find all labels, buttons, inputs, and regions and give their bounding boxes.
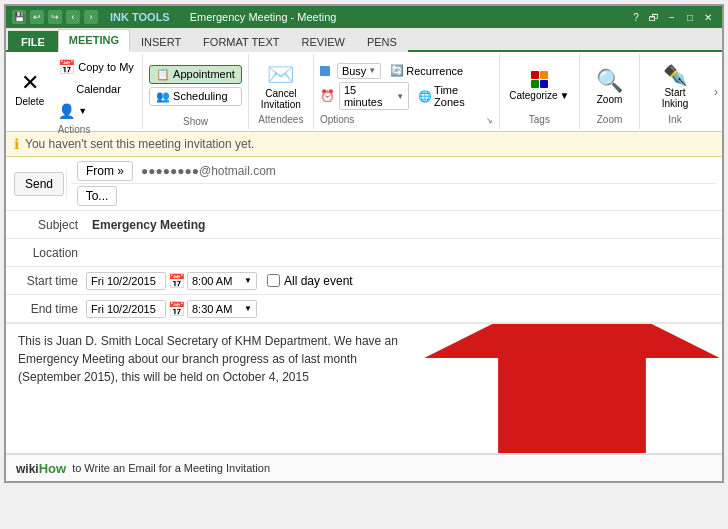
tab-meeting[interactable]: MEETING — [58, 29, 130, 52]
zoom-group: 🔍 Zoom Zoom — [580, 54, 640, 129]
busy-chevron: ▼ — [368, 66, 376, 75]
svg-marker-0 — [424, 323, 720, 453]
body-area[interactable]: This is Juan D. Smith Local Secretary of… — [6, 323, 722, 453]
start-inking-label: StartInking — [662, 87, 689, 109]
location-input[interactable] — [86, 243, 722, 263]
forward-icon[interactable]: › — [84, 10, 98, 24]
end-time-row: End time 📅 8:30 AM ▼ — [6, 295, 722, 323]
to-email-input[interactable] — [121, 187, 710, 205]
tab-format-text[interactable]: FORMAT TEXT — [192, 31, 290, 52]
ink-content: ✒️ StartInking — [646, 58, 704, 114]
recurrence-icon: 🔄 — [390, 64, 404, 77]
time-zones-button[interactable]: 🌐 Time Zones — [413, 82, 493, 110]
delete-label: Delete — [15, 96, 44, 107]
zoom-button[interactable]: 🔍 Zoom — [591, 66, 628, 107]
appointment-button[interactable]: 📋 Appointment — [149, 65, 242, 84]
cancel-icon: ✉️ — [267, 62, 294, 88]
more-label: ▼ — [78, 106, 87, 116]
restore-button[interactable]: 🗗 — [646, 10, 662, 24]
more-actions-button[interactable]: 👤 ▼ — [53, 100, 139, 122]
end-calendar-icon[interactable]: 📅 — [168, 301, 185, 317]
scheduling-icon: 👥 — [156, 90, 170, 103]
tags-content: Categorize ▼ — [506, 58, 573, 114]
ribbon-expand-button[interactable]: › — [710, 54, 722, 129]
red-arrow-overlay — [422, 323, 722, 453]
more-icon: 👤 — [58, 103, 75, 119]
subject-input[interactable] — [86, 215, 722, 235]
actions-label: Actions — [58, 122, 91, 137]
ribbon-expand-icon: › — [714, 85, 718, 99]
time-dropdown[interactable]: 15 minutes ▼ — [339, 82, 409, 110]
ink-group-label: Ink — [646, 114, 704, 125]
categorize-button[interactable]: Categorize ▼ — [504, 69, 574, 103]
maximize-button[interactable]: □ — [682, 10, 698, 24]
cancel-invitation-button[interactable]: ✉️ Cancel Invitation — [255, 58, 307, 114]
tab-pens[interactable]: PENS — [356, 31, 408, 52]
actions-content: ✕ Delete 📅 Copy to My Calendar 👤 ▼ — [9, 56, 139, 122]
tab-insert[interactable]: INSERT — [130, 31, 192, 52]
from-button[interactable]: From » — [77, 161, 133, 181]
zoom-icon: 🔍 — [596, 68, 623, 94]
scheduling-button[interactable]: 👥 Scheduling — [149, 87, 242, 106]
time-chevron: ▼ — [396, 92, 404, 101]
end-time-chevron: ▼ — [244, 304, 252, 313]
tags-group: Categorize ▼ Tags — [500, 54, 580, 129]
cat-block-blue — [540, 80, 548, 88]
options-footer: Options ↘ — [320, 114, 493, 125]
options-content: Busy ▼ 🔄 Recurrence ⏰ 15 minutes ▼ — [320, 58, 493, 114]
start-time-label: Start time — [6, 270, 86, 292]
time-row: ⏰ 15 minutes ▼ 🌐 Time Zones — [320, 82, 493, 110]
timezone-icon: 🌐 — [418, 90, 432, 103]
busy-dropdown[interactable]: Busy ▼ — [337, 63, 381, 79]
categorize-label-row: Categorize ▼ — [509, 90, 569, 101]
end-time-dropdown[interactable]: 8:30 AM ▼ — [187, 300, 257, 318]
from-email-input[interactable] — [137, 162, 710, 180]
end-date-input[interactable] — [86, 300, 166, 318]
info-message: You haven't sent this meeting invitation… — [25, 137, 254, 151]
send-area-top: Send — [12, 170, 67, 198]
close-button[interactable]: ✕ — [700, 10, 716, 24]
clock-icon: ⏰ — [320, 89, 335, 103]
options-expand-icon[interactable]: ↘ — [486, 116, 493, 125]
categorize-icon2 — [531, 80, 548, 88]
tab-review[interactable]: REVIEW — [291, 31, 356, 52]
start-time-chevron: ▼ — [244, 276, 252, 285]
copy-calendar-label: Copy to My — [78, 61, 134, 73]
body-text: This is Juan D. Smith Local Secretary of… — [18, 332, 398, 386]
back-icon[interactable]: ‹ — [66, 10, 80, 24]
busy-row: Busy ▼ 🔄 Recurrence — [320, 62, 493, 79]
copy-calendar-button[interactable]: 📅 Copy to My — [53, 56, 139, 78]
start-time-row: Start time 📅 8:00 AM ▼ All day event — [6, 267, 722, 295]
options-group: Busy ▼ 🔄 Recurrence ⏰ 15 minutes ▼ — [314, 54, 500, 129]
ink-group: ✒️ StartInking Ink — [640, 54, 710, 129]
copy-calendar-button2[interactable]: Calendar — [53, 80, 139, 98]
all-day-checkbox[interactable] — [267, 274, 280, 287]
from-to-area: From » To... — [71, 159, 716, 208]
undo-icon[interactable]: ↩ — [30, 10, 44, 24]
send-button[interactable]: Send — [14, 172, 64, 196]
minimize-button[interactable]: − — [664, 10, 680, 24]
show-label: Show — [149, 116, 242, 127]
delete-button[interactable]: ✕ Delete — [9, 68, 50, 111]
start-time-dropdown[interactable]: 8:00 AM ▼ — [187, 272, 257, 290]
to-label: To... — [86, 189, 109, 203]
busy-label: Busy — [342, 65, 366, 77]
attendees-content: ✉️ Cancel Invitation — [255, 58, 307, 114]
from-label: From » — [86, 164, 124, 178]
ribbon-tabs: FILE MEETING INSERT FORMAT TEXT REVIEW P… — [6, 28, 722, 52]
cat-block-green — [531, 80, 539, 88]
save-icon[interactable]: 💾 — [12, 10, 26, 24]
all-day-text: All day event — [284, 274, 353, 288]
start-inking-button[interactable]: ✒️ StartInking — [657, 61, 694, 111]
wikihow-footer: wikiHow to Write an Email for a Meeting … — [6, 453, 722, 481]
redo-icon[interactable]: ↪ — [48, 10, 62, 24]
recurrence-button[interactable]: 🔄 Recurrence — [385, 62, 468, 79]
ink-tools-label: INK TOOLS — [110, 11, 170, 23]
to-button[interactable]: To... — [77, 186, 117, 206]
start-calendar-icon[interactable]: 📅 — [168, 273, 185, 289]
end-time-label: End time — [6, 298, 86, 320]
help-button[interactable]: ? — [628, 10, 644, 24]
tab-file[interactable]: FILE — [8, 31, 58, 52]
calendar-copy-icon: 📅 — [58, 59, 75, 75]
start-date-input[interactable] — [86, 272, 166, 290]
